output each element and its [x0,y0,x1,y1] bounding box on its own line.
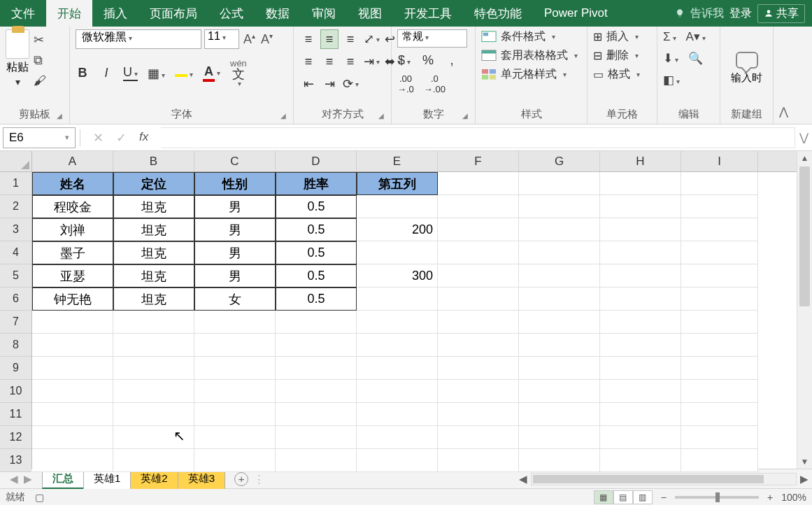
cell-G6[interactable] [519,287,600,311]
comma-icon[interactable]: , [445,53,459,68]
row-header-10[interactable]: 10 [0,380,31,403]
horizontal-scrollbar[interactable] [531,473,797,485]
tab-home[interactable]: 开始 [46,0,92,27]
insert-cells-button[interactable]: ⊞插入 [593,29,651,44]
align-left-icon[interactable]: ≡ [299,52,318,71]
cell-A11[interactable] [32,403,113,426]
cell-F13[interactable] [438,449,519,472]
scroll-up-icon[interactable]: ▲ [797,151,812,165]
fill-color-button[interactable] [175,66,193,80]
tab-page-layout[interactable]: 页面布局 [138,0,208,27]
hscroll-left-icon[interactable]: ◀ [515,473,531,485]
cell-C2[interactable]: 男 [194,195,276,218]
align-middle-icon[interactable]: ≡ [320,29,339,49]
indent-decrease-icon[interactable]: ⇤ [299,74,318,94]
tab-file[interactable]: 文件 [0,0,46,27]
find-button[interactable]: 🔍 [688,51,703,66]
comment-icon[interactable] [736,52,758,69]
cell-D4[interactable]: 0.5 [276,241,357,264]
cell-H13[interactable] [600,449,681,472]
format-painter-icon[interactable]: 🖌 [34,73,46,88]
zoom-out-button[interactable]: − [661,492,667,503]
cell-I8[interactable] [681,334,758,357]
fx-icon[interactable]: fx [139,130,148,145]
cell-A3[interactable]: 刘禅 [32,218,113,241]
col-header-C[interactable]: C [194,151,276,171]
cell-H4[interactable] [600,241,681,264]
cell-C5[interactable]: 男 [194,264,276,287]
cell-H9[interactable] [600,357,681,380]
add-sheet-button[interactable]: + [234,472,248,486]
page-layout-view-button[interactable]: ▤ [613,490,633,504]
copy-icon[interactable]: ⧉ [34,53,46,68]
col-header-B[interactable]: B [113,151,194,171]
cell-E6[interactable] [357,287,438,311]
table-format-button[interactable]: 套用表格格式 [481,48,581,63]
cell-G7[interactable] [519,311,600,334]
spreadsheet-grid[interactable]: 12345678910111213 ABCDEFGHI 姓名定位性别胜率第五列程… [0,151,812,469]
col-header-F[interactable]: F [438,151,519,171]
number-format-combo[interactable]: 常规 [397,29,467,48]
cell-C8[interactable] [194,334,276,357]
cell-B7[interactable] [113,311,194,334]
cell-B2[interactable]: 坦克 [113,195,194,218]
cell-F6[interactable] [438,287,519,311]
tab-features[interactable]: 特色功能 [463,0,533,27]
cell-G13[interactable] [519,449,600,472]
tell-me-text[interactable]: 告诉我 [690,6,724,21]
formula-input[interactable] [161,127,795,148]
cell-B9[interactable] [113,357,194,380]
cell-E1[interactable]: 第五列 [357,172,438,195]
decrease-font-icon[interactable]: A▾ [259,32,274,47]
autosum-button[interactable]: Σ [663,30,676,44]
zoom-slider[interactable] [675,496,759,499]
cell-H10[interactable] [600,380,681,403]
cell-I13[interactable] [681,449,758,472]
cell-B11[interactable] [113,403,194,426]
cell-I4[interactable] [681,241,758,264]
tab-formulas[interactable]: 公式 [208,0,255,27]
orientation-icon[interactable]: ⤢ [362,29,380,49]
cell-D12[interactable] [276,426,357,449]
sheet-grip-icon[interactable]: ⋮ [248,473,269,485]
borders-button[interactable]: ▦ [148,66,165,81]
sheet-nav-next-icon[interactable]: ▶ [24,473,32,485]
align-top-icon[interactable]: ≡ [299,29,318,49]
cell-C3[interactable]: 男 [194,218,276,241]
cell-I1[interactable] [681,172,758,195]
cell-G2[interactable] [519,195,600,218]
cell-A6[interactable]: 钟无艳 [32,287,113,311]
align-bottom-icon[interactable]: ≡ [341,29,359,49]
tab-insert[interactable]: 插入 [92,0,138,27]
tab-dev-tools[interactable]: 开发工具 [393,0,463,27]
row-header-3[interactable]: 3 [0,218,31,241]
italic-button[interactable]: I [99,66,113,80]
cell-C13[interactable] [194,449,276,472]
cell-I2[interactable] [681,195,758,218]
cell-F8[interactable] [438,334,519,357]
cell-A10[interactable] [32,380,113,403]
cell-D3[interactable]: 0.5 [276,218,357,241]
cell-B3[interactable]: 坦克 [113,218,194,241]
cell-E8[interactable] [357,334,438,357]
cell-A5[interactable]: 亚瑟 [32,264,113,287]
cell-F3[interactable] [438,218,519,241]
cancel-formula-icon[interactable]: ✕ [93,130,104,145]
alignment-dialog-icon[interactable]: ◢ [378,112,384,120]
cell-H2[interactable] [600,195,681,218]
cell-H3[interactable] [600,218,681,241]
cell-E13[interactable] [357,449,438,472]
scroll-down-icon[interactable]: ▼ [797,455,812,469]
tab-review[interactable]: 审阅 [301,0,347,27]
macro-record-icon[interactable]: ▢ [35,492,44,503]
cell-C10[interactable] [194,380,276,403]
cell-A13[interactable] [32,449,113,472]
currency-icon[interactable]: $ [397,53,411,68]
indent-right-icon[interactable]: ⇥ [362,52,380,71]
cell-G12[interactable] [519,426,600,449]
cell-G8[interactable] [519,334,600,357]
cell-E5[interactable]: 300 [357,264,438,287]
increase-decimal-icon[interactable]: .00→.0 [397,73,414,94]
underline-button[interactable]: U [123,65,138,81]
cell-G1[interactable] [519,172,600,195]
